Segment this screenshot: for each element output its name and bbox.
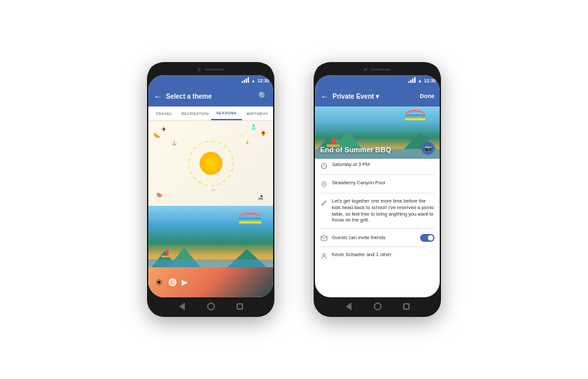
event-rainbow	[404, 110, 427, 122]
p2-recent-square-icon	[403, 303, 410, 310]
phone-2-inner: ▲ 12:30 ← Private Event ▾ Done	[315, 75, 440, 297]
event-title: End of Summer BBQ	[320, 146, 391, 154]
nav-recent-button[interactable]	[235, 301, 245, 312]
invited-row: Kevin Schaefer and 1 other	[320, 252, 434, 260]
rainbow-arc	[237, 212, 263, 225]
tab-travel[interactable]: TRAVEL	[148, 107, 180, 120]
phone-1-camera	[197, 68, 201, 71]
summer-theme-card[interactable]: ✈ 🧴 🌭 🌻 🍉 🏖 〰 ⚓ 🍦	[148, 121, 273, 206]
divider-3	[320, 228, 434, 229]
camera-icon: 📷	[425, 145, 432, 152]
phone-2-nav	[315, 297, 440, 316]
signal-icon-2	[408, 78, 416, 83]
guests-toggle[interactable]	[420, 234, 434, 242]
person-icon	[320, 252, 328, 260]
guests-invite-label: Guests can invite friends	[332, 235, 385, 241]
location-field[interactable]: Strawberry Canyon Pool	[332, 180, 385, 186]
svg-point-3	[323, 183, 325, 184]
water	[148, 259, 273, 267]
search-icon[interactable]: 🔍	[258, 91, 268, 101]
bar3	[246, 78, 247, 83]
phone-1-inner: ▲ 12:30 ← Select a theme 🔍 TRAVEL RECREA…	[148, 75, 273, 297]
tab-seasons[interactable]: SEASONS	[211, 107, 242, 120]
edit-icon	[320, 199, 328, 206]
phone-1-speaker	[204, 69, 224, 71]
p2-nav-home-button[interactable]	[372, 301, 383, 312]
p2-bar1	[408, 81, 410, 83]
divider-4	[320, 246, 434, 247]
icon-play: ▶	[182, 278, 188, 287]
divider-1	[320, 174, 434, 175]
icon-water: 〰	[211, 188, 216, 193]
scenic-theme-card[interactable]	[148, 206, 273, 268]
bar1	[242, 81, 243, 83]
phone-1: ▲ 12:30 ← Select a theme 🔍 TRAVEL RECREA…	[147, 62, 274, 317]
phone-2-status-bar: ▲ 12:30	[315, 75, 440, 86]
cliff-figure	[161, 250, 173, 257]
wifi-icon: ▲	[251, 78, 255, 83]
theme-grid: ✈ 🧴 🌭 🌻 🍉 🏖 〰 ⚓ 🍦	[148, 121, 273, 297]
phone-2-status-time: 12:30	[424, 78, 436, 83]
icon-anchor: ⚓	[171, 140, 177, 146]
abstract-icons: ☀ ▶	[148, 267, 273, 297]
tab-birthday[interactable]: BIRTHDAY	[242, 107, 273, 120]
bar2	[244, 80, 245, 83]
description-field-row: Let's get together one more time before …	[320, 198, 434, 223]
p2-nav-recent-button[interactable]	[401, 301, 412, 312]
icon-sun-bot: ☀	[155, 277, 163, 288]
back-triangle-icon	[179, 303, 185, 310]
location-icon	[320, 180, 328, 188]
clock-icon	[320, 162, 328, 170]
p2-bar4	[414, 77, 416, 83]
phone-2-top-bar	[315, 63, 440, 75]
icon-food: 🌭	[154, 133, 160, 139]
wifi-icon-2: ▲	[417, 78, 422, 83]
home-circle-icon	[207, 303, 215, 310]
phone-1-title: Select a theme	[166, 93, 254, 100]
p2-bar3	[412, 78, 414, 83]
p2-nav-back-button[interactable]	[344, 301, 354, 312]
guests-invite-left: Guests can invite friends	[320, 233, 385, 242]
phone-2-app-bar: ← Private Event ▾ Done	[315, 86, 440, 107]
icon-plane: ✈	[161, 126, 167, 133]
date-field-row: Saturday at 3 PM	[320, 161, 434, 170]
p2-bar2	[410, 80, 412, 83]
event-form: Saturday at 3 PM Strawberry Canyon Pool …	[315, 159, 440, 297]
camera-fab-button[interactable]: 📷	[421, 142, 434, 155]
phone-2: ▲ 12:30 ← Private Event ▾ Done	[314, 62, 441, 317]
svg-point-5	[323, 254, 325, 256]
figure-body	[166, 250, 169, 255]
icon-beach: 🏖	[258, 195, 263, 201]
event-header-image: End of Summer BBQ 📷	[315, 107, 440, 159]
nav-back-button[interactable]	[177, 301, 188, 312]
location-field-row: Strawberry Canyon Pool	[320, 180, 434, 188]
back-icon[interactable]: ←	[154, 91, 162, 101]
signal-icon	[242, 78, 249, 83]
main-scene: ▲ 12:30 ← Select a theme 🔍 TRAVEL RECREA…	[147, 62, 441, 317]
envelope-icon	[320, 234, 328, 242]
icon-sunflower: 🌻	[260, 131, 267, 137]
phone-1-app-bar: ← Select a theme 🔍	[148, 86, 273, 107]
abstract-theme-card[interactable]: ☀ ▶	[148, 267, 273, 297]
icon-popsicle: 🍦	[244, 139, 250, 144]
ev-figure-body	[332, 138, 335, 144]
guests-invite-row: Guests can invite friends	[320, 233, 434, 242]
phone-2-camera	[364, 68, 367, 71]
p2-back-triangle-icon	[346, 303, 351, 310]
icon-bottle: 🧴	[250, 124, 257, 130]
theme-tabs: TRAVEL RECREATION SEASONS BIRTHDAY	[148, 107, 273, 121]
status-time: 12:30	[257, 78, 269, 83]
invited-field: Kevin Schaefer and 1 other	[332, 252, 391, 258]
done-button[interactable]: Done	[420, 93, 435, 99]
phone-1-status-bar: ▲ 12:30	[148, 75, 273, 86]
divider-2	[320, 193, 434, 193]
phone-2-back-icon[interactable]: ←	[320, 91, 329, 101]
date-field[interactable]: Saturday at 3 PM	[332, 161, 370, 168]
nav-home-button[interactable]	[206, 301, 216, 312]
description-field[interactable]: Let's get together one more time before …	[332, 198, 434, 223]
p2-home-circle-icon	[374, 303, 382, 310]
tab-recreation[interactable]: RECREATION	[180, 107, 211, 120]
phone-1-nav	[148, 297, 273, 316]
phone-1-content: ✈ 🧴 🌭 🌻 🍉 🏖 〰 ⚓ 🍦	[148, 121, 273, 297]
recent-square-icon	[237, 303, 243, 310]
